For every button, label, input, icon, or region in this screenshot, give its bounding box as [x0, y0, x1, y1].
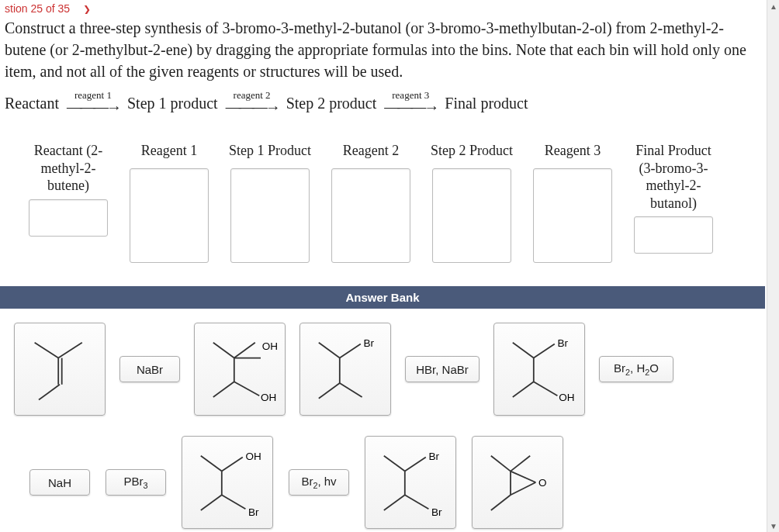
- tile-reagent-hbr-nabr[interactable]: HBr, NaBr: [405, 356, 480, 382]
- tile-reagent-pbr3[interactable]: PBr3: [106, 469, 166, 496]
- tile-reagent-nah[interactable]: NaH: [29, 469, 90, 496]
- svg-line-13: [319, 343, 340, 358]
- tile-reagent-nabr[interactable]: NaBr: [119, 356, 180, 382]
- scheme-step2-product: Step 2 product: [286, 95, 377, 112]
- bin-slot-reagent-3[interactable]: [533, 168, 612, 263]
- svg-line-36: [384, 495, 405, 510]
- svg-line-5: [213, 343, 234, 358]
- svg-line-4: [39, 385, 60, 400]
- reaction-scheme: Reactant reagent 1 ———→ Step 1 product r…: [0, 90, 765, 130]
- bin-step2-product: Step 2 Product: [428, 142, 515, 263]
- svg-line-10: [234, 382, 259, 396]
- svg-line-37: [405, 495, 429, 509]
- tile-structure-bromohydrin-isomer[interactable]: OH Br: [182, 436, 273, 529]
- svg-text:OH: OH: [262, 340, 278, 352]
- svg-line-40: [491, 456, 511, 472]
- tile-structure-epoxide[interactable]: O: [472, 436, 563, 529]
- bin-slot-reactant[interactable]: [29, 199, 108, 237]
- instruction-text: Construct a three-step synthesis of 3-br…: [0, 14, 765, 90]
- bin-final-product: Final Product (3-bromo-3-methyl-2-butano…: [630, 142, 717, 254]
- svg-line-9: [213, 382, 234, 397]
- breadcrumb-text: stion 25 of 35: [5, 2, 70, 14]
- breadcrumb: stion 25 of 35 ❯: [0, 0, 765, 14]
- svg-text:OH: OH: [559, 392, 574, 403]
- scheme-final-product: Final product: [445, 95, 528, 112]
- tile-structure-bromohydrin[interactable]: Br OH: [493, 323, 585, 416]
- svg-line-29: [201, 495, 222, 510]
- svg-line-41: [511, 456, 530, 472]
- answer-bank-title: Answer Bank: [0, 286, 765, 309]
- bin-reagent-1: Reagent 1: [126, 142, 213, 263]
- answer-bank: Answer Bank NaBr: [0, 286, 765, 529]
- svg-line-0: [35, 343, 59, 358]
- svg-line-30: [222, 495, 246, 509]
- svg-line-44: [511, 472, 535, 482]
- bin-slot-step1-product[interactable]: [230, 168, 310, 263]
- svg-text:Br: Br: [248, 506, 259, 518]
- bin-reagent-3: Reagent 3: [529, 142, 616, 263]
- svg-text:Br: Br: [363, 337, 374, 349]
- tile-reagent-br2-h2o[interactable]: Br2, H2O: [599, 356, 673, 382]
- svg-line-14: [340, 344, 361, 358]
- bin-reactant: Reactant (2-methyl-2-butene): [25, 142, 112, 237]
- svg-line-1: [58, 343, 82, 358]
- svg-text:Br: Br: [428, 451, 439, 462]
- bin-reagent-2: Reagent 2: [327, 142, 414, 263]
- scheme-reactant: Reactant: [5, 95, 59, 112]
- bin-step1-product: Step 1 Product: [227, 142, 313, 263]
- vertical-scrollbar[interactable]: ▲ ▼: [767, 0, 779, 532]
- svg-line-20: [534, 344, 555, 358]
- scroll-up-icon[interactable]: ▲: [767, 0, 779, 12]
- scheme-arrow-1: reagent 1 ———→: [67, 90, 119, 116]
- svg-line-45: [511, 482, 535, 495]
- svg-line-34: [405, 458, 426, 472]
- svg-line-19: [513, 343, 534, 358]
- svg-line-6: [234, 343, 255, 358]
- tile-structure-dibromide[interactable]: Br Br: [365, 436, 456, 529]
- tile-reagent-br2-hv[interactable]: Br2, hv: [289, 469, 349, 496]
- tile-structure-diol[interactable]: OH OH: [194, 323, 286, 416]
- chevron-right-icon: ❯: [83, 4, 91, 14]
- svg-line-43: [491, 495, 511, 510]
- svg-text:O: O: [538, 477, 547, 489]
- svg-text:OH: OH: [261, 392, 276, 403]
- scheme-arrow-2: reagent 2 ———→: [226, 90, 279, 116]
- scheme-arrow-3: reagent 3 ———→: [384, 90, 437, 116]
- bin-slot-reagent-1[interactable]: [130, 168, 209, 263]
- svg-line-33: [384, 456, 405, 472]
- svg-line-17: [340, 383, 362, 397]
- svg-text:OH: OH: [245, 451, 261, 462]
- svg-text:Br: Br: [557, 337, 568, 349]
- bin-slot-step2-product[interactable]: [432, 168, 511, 263]
- tile-structure-alkyl-bromide[interactable]: Br: [299, 323, 391, 416]
- svg-line-23: [534, 382, 558, 396]
- svg-line-22: [513, 382, 534, 397]
- tile-structure-2-methyl-2-butene[interactable]: [14, 323, 106, 416]
- svg-line-16: [319, 383, 340, 399]
- scheme-step1-product: Step 1 product: [127, 95, 218, 112]
- svg-text:Br: Br: [431, 506, 442, 518]
- svg-line-26: [201, 456, 222, 472]
- drop-bins-row: Reactant (2-methyl-2-butene) Reagent 1 S…: [0, 130, 765, 286]
- bin-slot-final-product[interactable]: [634, 216, 713, 254]
- scroll-down-icon[interactable]: ▼: [767, 520, 779, 532]
- bin-slot-reagent-2[interactable]: [331, 168, 410, 263]
- svg-line-27: [222, 458, 243, 472]
